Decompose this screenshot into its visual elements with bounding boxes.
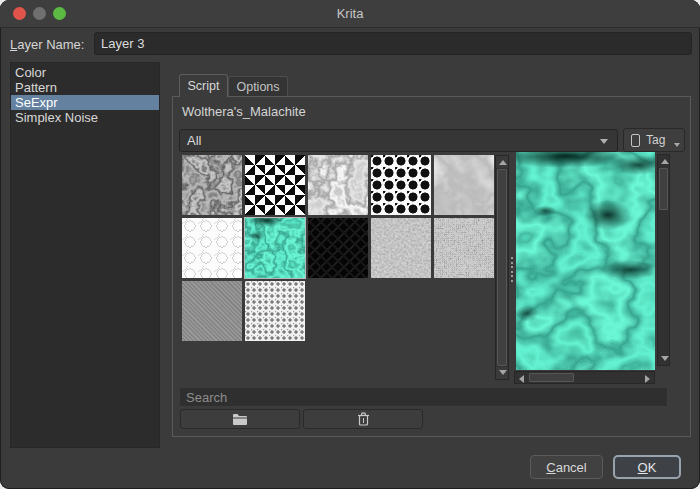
dark-marble-texture <box>182 155 242 215</box>
thumbnail-bw-kaleidoscope[interactable] <box>245 155 305 215</box>
tag-filter-dropdown[interactable]: All <box>179 129 618 152</box>
thumbnail-halftone-dots[interactable] <box>371 155 431 215</box>
cancel-button-label: Cancel <box>546 460 586 475</box>
arrow-right-icon <box>645 375 650 383</box>
thumbnail-dark-marble[interactable] <box>182 155 242 215</box>
tab-script-label: Script <box>188 79 220 93</box>
arrow-up-icon <box>661 159 669 164</box>
generator-type-list[interactable]: ColorPatternSeExprSimplex Noise <box>10 62 160 448</box>
layer-name-input[interactable] <box>94 32 692 55</box>
delete-resource-button[interactable] <box>303 409 423 429</box>
thumbnail-malachite[interactable] <box>245 218 305 278</box>
tag-button[interactable]: Tag <box>623 128 685 152</box>
bw-kaleidoscope-texture <box>245 155 305 215</box>
search-input[interactable] <box>179 387 668 407</box>
thumbnail-circle-lattice[interactable] <box>182 218 242 278</box>
cancel-button[interactable]: Cancel <box>530 455 603 479</box>
chevron-down-icon <box>600 139 608 144</box>
thumbnail-soft-clouds[interactable] <box>434 155 494 215</box>
fine-weave-texture <box>182 281 242 341</box>
tag-button-label: Tag <box>646 129 665 151</box>
preview-vertical-scrollbar[interactable] <box>657 154 670 366</box>
trash-icon <box>357 412 370 426</box>
thumbnail-gray-noise[interactable] <box>371 218 431 278</box>
halftone-dots-texture <box>371 155 431 215</box>
dark-speckle-texture <box>434 218 494 278</box>
malachite-preview-shading <box>516 152 655 370</box>
seexpr-preview[interactable] <box>516 152 655 370</box>
window-title: Krita <box>0 0 700 27</box>
dark-maze-texture <box>308 218 368 278</box>
layer-name-label: Layer Name: <box>10 37 84 52</box>
tab-script[interactable]: Script <box>179 74 228 97</box>
selected-resource-name: Wolthera's_Malachite <box>182 104 306 119</box>
ok-button[interactable]: OK <box>613 455 681 479</box>
krita-dialog-window: Krita Layer Name: ColorPatternSeExprSimp… <box>0 0 700 489</box>
tab-options[interactable]: Options <box>228 76 288 96</box>
grid-scrollbar-thumb[interactable] <box>497 169 507 366</box>
preview-horizontal-scrollbar[interactable] <box>514 371 655 384</box>
bookmark-icon <box>631 134 640 147</box>
arrow-left-icon <box>519 375 524 383</box>
soft-clouds-texture <box>434 155 494 215</box>
halftone-dither-texture <box>245 281 305 341</box>
gray-marble-texture <box>308 155 368 215</box>
splitter-handle[interactable] <box>510 257 513 283</box>
preview-hscroll-thumb[interactable] <box>529 373 574 382</box>
tab-options-label: Options <box>236 80 279 94</box>
list-item-color[interactable]: Color <box>11 65 159 80</box>
arrow-down-icon <box>661 356 669 361</box>
thumbnail-halftone-dither[interactable] <box>245 281 305 341</box>
thumbnail-dark-speckle[interactable] <box>434 218 494 278</box>
arrow-up-icon <box>499 160 507 165</box>
list-item-simplex-noise[interactable]: Simplex Noise <box>11 110 159 125</box>
arrow-down-icon <box>499 370 507 375</box>
scroll-down-button[interactable] <box>496 367 508 379</box>
malachite-thumb-shading <box>245 218 305 278</box>
titlebar: Krita <box>0 0 700 28</box>
folder-icon <box>232 413 248 426</box>
chevron-down-icon <box>674 143 680 147</box>
ok-button-label: OK <box>638 460 657 475</box>
thumbnail-dark-maze[interactable] <box>308 218 368 278</box>
list-item-seexpr[interactable]: SeExpr <box>11 95 159 110</box>
gray-noise-texture <box>371 218 431 278</box>
grid-scrollbar[interactable] <box>495 155 509 380</box>
circle-lattice-texture <box>182 218 242 278</box>
thumbnail-fine-weave[interactable] <box>182 281 242 341</box>
scroll-up-button[interactable] <box>496 156 508 168</box>
list-item-pattern[interactable]: Pattern <box>11 80 159 95</box>
tag-filter-value: All <box>187 130 201 151</box>
thumbnail-gray-marble[interactable] <box>308 155 368 215</box>
preview-vscroll-thumb[interactable] <box>659 168 668 210</box>
import-resource-button[interactable] <box>180 409 300 429</box>
